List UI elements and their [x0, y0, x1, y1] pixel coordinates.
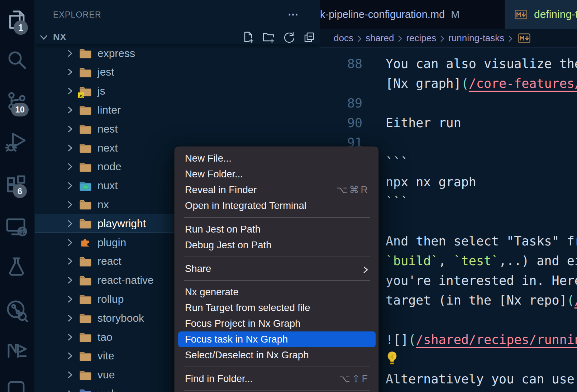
- chevron-right-icon[interactable]: [65, 67, 75, 77]
- chevron-right-icon[interactable]: [65, 124, 75, 134]
- menu-item-share[interactable]: Share: [175, 261, 379, 277]
- lightbulb-emoji-icon: [386, 352, 399, 367]
- tab-bar: k-pipeline-configuration.md M defining-t: [320, 0, 577, 29]
- refresh-button[interactable]: [278, 30, 299, 44]
- chevron-right-icon[interactable]: [65, 295, 75, 304]
- code-text: [Nx graph]: [386, 76, 461, 91]
- menu-item-label: Reveal in Finder: [185, 184, 257, 196]
- menu-item-run-jest-on-path[interactable]: Run Jest on Path: [175, 221, 379, 237]
- chevron-right-icon[interactable]: [65, 219, 75, 228]
- code-text: ```: [386, 195, 408, 209]
- folder-icon: [79, 67, 91, 77]
- tree-item-js[interactable]: JSjs: [35, 82, 319, 101]
- chevron-right-icon[interactable]: [65, 389, 75, 392]
- code-line-text: you're interested in. Here's an example: [386, 271, 577, 291]
- markdown-link[interactable]: /core-features/explore-graph: [469, 76, 577, 91]
- breadcrumb-item-shared[interactable]: shared: [366, 33, 394, 44]
- tree-item-label: linter: [97, 104, 121, 116]
- chevron-right-icon[interactable]: [65, 370, 75, 379]
- code-line-text: ```: [386, 153, 408, 172]
- menu-item-new-file[interactable]: New File...: [175, 150, 379, 166]
- new-folder-button[interactable]: [258, 30, 278, 44]
- activity-bar-item-remote-explorer[interactable]: [0, 210, 34, 244]
- menu-item-label: Nx generate: [185, 286, 239, 298]
- chevron-right-icon[interactable]: [65, 162, 75, 171]
- menu-item-reveal-in-finder[interactable]: Reveal in Finder⌥⌘R: [175, 182, 379, 198]
- chevron-right-icon: [507, 34, 513, 42]
- activity-bar-item-nx-cloud[interactable]: [0, 294, 34, 329]
- menu-item-shortcut: ⌥⇧F: [339, 373, 369, 384]
- menu-item-open-in-integrated-terminal[interactable]: Open in Integrated Terminal: [175, 198, 379, 214]
- folder-icon: [79, 162, 91, 172]
- markdown-link[interactable]: /shared/recipes/running-tasks/nx: [416, 333, 577, 347]
- chevron-right-icon[interactable]: [65, 181, 75, 190]
- tree-item-label: express: [97, 47, 135, 59]
- tree-item-label: js: [97, 85, 105, 97]
- breadcrumb-item-recipes[interactable]: recipes: [406, 33, 436, 44]
- menu-item-new-folder[interactable]: New Folder...: [175, 166, 379, 182]
- menu-item-focus-project-in-nx-graph[interactable]: Focus Project in Nx Graph: [175, 316, 379, 331]
- menu-item-label: Run Target from selected file: [185, 302, 310, 314]
- activity-bar-item-explorer[interactable]: 1: [0, 3, 34, 38]
- tree-item-express[interactable]: express: [35, 44, 319, 63]
- menu-separator: [184, 367, 370, 367]
- tree-item-label: web: [97, 388, 117, 392]
- beaker-icon: [5, 255, 28, 278]
- code-text: `test`: [454, 254, 499, 268]
- code-text: Either run: [386, 116, 461, 130]
- badge: 1: [14, 20, 28, 35]
- chevron-right-icon[interactable]: [65, 257, 75, 266]
- folder-icon: [79, 105, 91, 115]
- chevron-right-icon[interactable]: [65, 86, 75, 96]
- chevron-right-icon[interactable]: [65, 143, 75, 153]
- activity-bar-item-nx-console[interactable]: [0, 334, 34, 368]
- chevron-right-icon[interactable]: [65, 351, 75, 360]
- tree-item-linter[interactable]: linter: [35, 100, 319, 119]
- menu-item-label: Focus task in Nx Graph: [185, 334, 288, 345]
- folder-icon: [79, 370, 91, 380]
- chevron-right-icon[interactable]: [65, 200, 75, 209]
- activity-bar-item-extensions[interactable]: 6: [0, 169, 34, 204]
- chevron-right-icon[interactable]: [65, 333, 75, 342]
- activity-bar-item-testing[interactable]: [0, 250, 34, 285]
- breadcrumb-item-docs[interactable]: docs: [334, 33, 353, 44]
- chevron-right-icon[interactable]: [65, 276, 75, 285]
- collapse-all-button[interactable]: [299, 30, 319, 44]
- tab-defining-task-pipeline[interactable]: defining-t: [505, 0, 577, 29]
- explorer-section-header[interactable]: NX: [35, 29, 319, 44]
- tree-item-nest[interactable]: nest: [35, 119, 319, 138]
- menu-item-select-deselect-in-nx-graph[interactable]: Select/Deselect in Nx Graph: [175, 347, 379, 363]
- markdown-link[interactable]: /nx-repo/graph: [574, 293, 577, 307]
- code-text: You can also visualize the task graph by: [386, 57, 577, 71]
- menu-separator: [184, 257, 370, 257]
- code-line-text: ```: [386, 192, 408, 212]
- code-text: `build`: [386, 254, 439, 268]
- breadcrumb-item-running-tasks[interactable]: running-tasks: [448, 33, 504, 44]
- activity-bar-item-source-control[interactable]: 10: [0, 85, 34, 119]
- menu-item-find-in-folder[interactable]: Find in Folder...⌥⇧F: [175, 371, 379, 387]
- tab-task-pipeline-configuration[interactable]: k-pipeline-configuration.md M: [320, 0, 504, 29]
- remote-explorer-icon: [5, 215, 28, 238]
- chevron-right-icon[interactable]: [65, 314, 75, 323]
- code-line-text: target (in the [Nx repo](/nx-repo/graph: [386, 291, 577, 310]
- new-file-button[interactable]: [238, 30, 258, 44]
- menu-item-nx-generate[interactable]: Nx generate: [175, 284, 379, 300]
- more-actions-icon[interactable]: ⋯: [288, 8, 300, 20]
- chevron-right-icon[interactable]: [65, 238, 75, 247]
- chevron-right-icon[interactable]: [65, 105, 75, 115]
- activity-bar-item-search[interactable]: [0, 44, 34, 78]
- menu-item-focus-task-in-nx-graph[interactable]: Focus task in Nx Graph: [178, 331, 376, 347]
- activity-bar-item-run-and-debug[interactable]: [0, 125, 34, 159]
- tree-item-label: rollup: [97, 293, 124, 305]
- folder-icon: [79, 275, 91, 286]
- menu-item-label: Open in Integrated Terminal: [185, 200, 306, 211]
- menu-item-run-target-from-selected-file[interactable]: Run Target from selected file: [175, 300, 379, 316]
- chevron-right-icon[interactable]: [65, 49, 75, 58]
- menu-item-debug-jest-on-path[interactable]: Debug Jest on Path: [175, 237, 379, 253]
- folder-icon: [79, 199, 91, 210]
- menu-item-label: Debug Jest on Path: [185, 239, 272, 251]
- tree-item-jest[interactable]: jest: [35, 63, 319, 82]
- folder-icon: [79, 48, 91, 58]
- activity-bar-item-bottom-panel[interactable]: [0, 374, 34, 392]
- js-badge: JS: [78, 92, 84, 98]
